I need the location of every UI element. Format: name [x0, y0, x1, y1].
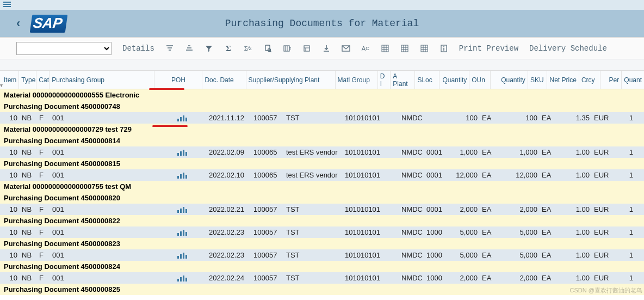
col-di[interactable]: D I: [378, 71, 391, 89]
cell-cat: F: [37, 204, 50, 215]
col-poh[interactable]: POH: [154, 71, 202, 89]
sort-asc-icon[interactable]: [165, 44, 174, 53]
col-matl-group[interactable]: Matl Group: [336, 71, 378, 89]
details-button[interactable]: Details: [122, 44, 154, 53]
cell-item: 10: [0, 169, 20, 181]
grid2-icon[interactable]: [400, 44, 409, 53]
cell-docdate: 2022.02.23: [207, 226, 251, 238]
col-doc-date[interactable]: Doc. Date: [202, 71, 246, 89]
sort-desc-icon[interactable]: [185, 44, 194, 53]
cell-pgrp: 001: [50, 226, 158, 238]
sum-icon[interactable]: Σ: [224, 44, 233, 53]
cell-qtysku: 5,000: [501, 226, 540, 238]
cell-per: 1: [614, 146, 635, 158]
cell-qty: 2,000: [449, 204, 480, 215]
cell-poh[interactable]: [158, 226, 207, 238]
back-button[interactable]: ‹: [16, 16, 20, 30]
cell-supplier: 100065: [251, 169, 284, 181]
cell-sku: EA: [540, 112, 559, 124]
poh-chart-icon[interactable]: [177, 172, 187, 179]
table-row[interactable]: 10NBF0012022.02.23100057TST101010101NMDC…: [0, 226, 644, 238]
layout-select[interactable]: [16, 42, 112, 55]
cell-di: [386, 249, 399, 261]
cell-poh[interactable]: [158, 272, 207, 284]
print-preview-button[interactable]: Print Preview: [459, 44, 518, 53]
cell-per: 1: [614, 226, 635, 238]
grid3-icon[interactable]: [420, 44, 429, 53]
cell-qty: 100: [449, 112, 480, 124]
cell-poh[interactable]: [158, 146, 207, 158]
col-sloc[interactable]: SLoc: [415, 71, 439, 89]
col-sku[interactable]: SKU: [528, 71, 547, 89]
purchasing-doc-row: Purchasing Document 4500000825: [0, 284, 644, 295]
poh-chart-icon[interactable]: [177, 206, 187, 213]
col-quantity-sku[interactable]: Quantity: [491, 71, 528, 89]
filter-icon[interactable]: [205, 44, 213, 53]
mail-icon[interactable]: [342, 44, 350, 53]
col-net-price[interactable]: Net Price: [547, 71, 579, 89]
download-icon[interactable]: [322, 44, 331, 53]
cell-matg: 101010101: [343, 146, 386, 158]
cell-docdate: 2022.02.10: [207, 169, 251, 181]
cell-poh[interactable]: [158, 249, 207, 261]
cell-per: 1: [614, 272, 635, 284]
poh-chart-icon[interactable]: [177, 149, 187, 156]
page-title: Purchasing Documents for Material: [225, 18, 419, 29]
cell-item: 10: [0, 249, 20, 261]
col-quantity[interactable]: Quantity: [439, 71, 469, 89]
app-header: ‹ SAP Purchasing Documents for Material: [0, 10, 644, 37]
col-quant[interactable]: Quant: [622, 71, 644, 89]
table-row[interactable]: 10NBF0012022.02.24100057TST101010101NMDC…: [0, 272, 644, 284]
expand-icon[interactable]: [302, 44, 311, 53]
abc-icon[interactable]: AC: [361, 44, 370, 53]
cell-supplier-name: TST: [284, 272, 343, 284]
cell-crcy: EUR: [592, 112, 614, 124]
cell-qtysku: 1,000: [501, 146, 540, 158]
col-supplier[interactable]: Supplier/Supplying Plant: [246, 71, 336, 89]
svg-rect-9: [284, 46, 289, 51]
cell-poh[interactable]: [158, 204, 207, 215]
cell-supplier-name: TST: [284, 204, 343, 215]
subtotal-icon[interactable]: Σ⁄Σ: [244, 44, 252, 53]
col-per[interactable]: Per: [600, 71, 622, 89]
purchasing-doc-row: Purchasing Document 4500000814: [0, 135, 644, 146]
cell-price: 1.00: [559, 226, 592, 238]
cell-per: 1: [614, 204, 635, 215]
table-row[interactable]: 10NBF0012022.02.09100065test ERS vendor1…: [0, 146, 644, 158]
col-a-plant[interactable]: A Plant: [391, 71, 415, 89]
cell-matg: 101010101: [343, 112, 386, 124]
purchasing-doc-row: Purchasing Document 4500000820: [0, 192, 644, 204]
cell-sku: EA: [540, 146, 559, 158]
cell-aplant: NMDC: [399, 226, 424, 238]
cell-poh[interactable]: [158, 112, 207, 124]
col-cat[interactable]: Cat: [36, 71, 49, 89]
poh-chart-icon[interactable]: [177, 115, 187, 121]
cell-supplier-name: TST: [284, 249, 343, 261]
table-row[interactable]: 10NBF0012022.02.21100057TST101010101NMDC…: [0, 204, 644, 215]
table-row[interactable]: 10NBF0012022.02.23100057TST101010101NMDC…: [0, 249, 644, 261]
hamburger-icon[interactable]: [3, 1, 11, 10]
grid1-icon[interactable]: [381, 44, 389, 53]
table-row[interactable]: 10NBF0012022.02.10100065test ERS vendor1…: [0, 169, 644, 181]
cell-item: 10: [0, 272, 20, 284]
poh-chart-icon[interactable]: [177, 229, 187, 236]
toolbar: Details Σ Σ⁄Σ AC Print Preview Delivery …: [0, 37, 644, 59]
top-strip: [0, 0, 644, 10]
poh-chart-icon[interactable]: [177, 252, 187, 259]
table-row[interactable]: 10NBF0012021.11.12100057TST101010101NMDC…: [0, 112, 644, 124]
col-type[interactable]: Type: [19, 71, 36, 89]
cell-supplier: 100057: [251, 272, 284, 284]
delivery-schedule-button[interactable]: Delivery Schedule: [529, 44, 607, 53]
info-icon[interactable]: [439, 44, 448, 53]
col-purchasing-group[interactable]: Purchasing Group: [49, 71, 154, 89]
search-icon[interactable]: [263, 44, 272, 53]
cell-qtysku: 2,000: [501, 272, 540, 284]
column-settings-icon[interactable]: [283, 44, 292, 53]
cell-sloc: 1000: [424, 249, 449, 261]
col-oun[interactable]: OUn: [469, 71, 491, 89]
col-crcy[interactable]: Crcy: [579, 71, 600, 89]
poh-chart-icon[interactable]: [177, 275, 187, 281]
cell-poh[interactable]: [158, 169, 207, 181]
cell-item: 10: [0, 204, 20, 215]
header-dropdown-icon[interactable]: ▾: [0, 82, 8, 90]
